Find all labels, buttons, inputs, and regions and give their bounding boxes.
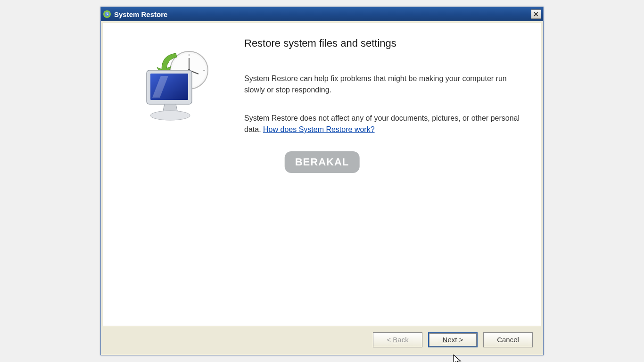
- back-label: < Back: [387, 336, 408, 344]
- cancel-label: Cancel: [497, 336, 519, 344]
- intro-paragraph: System Restore can help fix problems tha…: [244, 73, 522, 96]
- system-restore-window: System Restore ✕: [100, 7, 544, 355]
- app-icon: [103, 10, 111, 18]
- icon-pane: [112, 37, 239, 316]
- text-pane: Restore system files and settings System…: [239, 37, 532, 316]
- titlebar: System Restore ✕: [101, 7, 543, 21]
- next-label: Next >: [443, 336, 463, 344]
- cancel-button[interactable]: Cancel: [483, 332, 533, 347]
- svg-point-14: [150, 111, 190, 120]
- content-area: Restore system files and settings System…: [103, 23, 541, 326]
- system-restore-icon: [138, 47, 214, 132]
- cursor-icon: [453, 354, 462, 362]
- button-bar: < Back Next > Cancel: [103, 326, 541, 353]
- watermark-badge: BERAKAL: [285, 151, 360, 173]
- close-button[interactable]: ✕: [531, 9, 541, 19]
- page-heading: Restore system files and settings: [244, 37, 522, 49]
- close-icon: ✕: [533, 10, 539, 18]
- detail-paragraph: System Restore does not affect any of yo…: [244, 113, 522, 135]
- back-button: < Back: [373, 332, 422, 347]
- next-button[interactable]: Next >: [428, 332, 478, 347]
- window-title: System Restore: [114, 10, 531, 18]
- help-link[interactable]: How does System Restore work?: [263, 125, 375, 133]
